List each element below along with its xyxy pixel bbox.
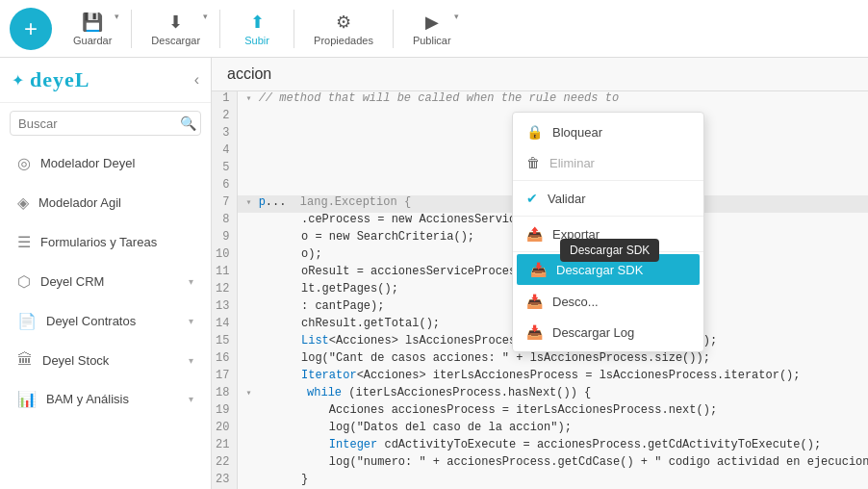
line-code: } [238, 473, 868, 489]
dropdown-item-eliminar: 🗑 Eliminar [513, 147, 703, 178]
line-code: Acciones accionesProcess = iterLsAccione… [238, 403, 868, 421]
table-row: 17 Iterator<Acciones> iterLsAccionesProc… [212, 369, 868, 386]
toolbar-guardar[interactable]: 💾 Guardar [62, 6, 123, 52]
deyel-contratos-icon: 📄 [17, 312, 37, 330]
line-number: 9 [212, 230, 238, 247]
table-row: 19 Acciones accionesProcess = iterLsAcci… [212, 403, 868, 421]
line-number: 3 [212, 126, 238, 143]
deyel-stock-label: Deyel Stock [42, 353, 109, 368]
toolbar-descargar[interactable]: ⬇ Descargar [140, 6, 212, 52]
search-input[interactable] [18, 116, 180, 131]
sidebar-item-modelador-deyel[interactable]: ◎ Modelador Deyel [4, 144, 207, 182]
deyel-crm-label: Deyel CRM [40, 274, 104, 289]
formularios-icon: ☰ [17, 233, 31, 251]
sidebar-item-deyel-contratos[interactable]: 📄 Deyel Contratos ▾ [4, 302, 207, 340]
descargar-label: Descargar [151, 35, 200, 46]
sidebar-item-formularios[interactable]: ☰ Formularios y Tareas [4, 223, 207, 261]
subir-label: Subir [244, 35, 269, 46]
line-code: Iterator<Acciones> iterLsAccionesProcess… [238, 369, 868, 386]
publish-icon: ▶ [425, 12, 439, 33]
sidebar-item-bam[interactable]: 📊 BAM y Análisis ▾ [4, 380, 207, 418]
toolbar-subir[interactable]: ⬆ Subir [228, 6, 286, 52]
add-button[interactable]: + [10, 8, 52, 50]
modelador-deyel-label: Modelador Deyel [40, 156, 135, 170]
lock-icon: 🔒 [526, 124, 543, 140]
table-row: 1 ▾ // method that will be called when t… [212, 91, 868, 109]
validar-label: Validar [548, 192, 586, 206]
table-row: 16 log("Cant de casos acciones: " + lsAc… [212, 351, 868, 369]
line-number: 17 [212, 369, 238, 386]
line-code: log("Cant de casos acciones: " + lsAccio… [238, 351, 868, 369]
modelador-agil-label: Modelador Agil [38, 195, 121, 210]
sidebar: ✦ deyeL ‹ 🔍 ◎ Modelador Deyel ◈ Modelado… [0, 58, 212, 489]
dropdown-item-bloquear[interactable]: 🔒 Bloquear [513, 116, 703, 147]
table-row: 18 ▾ while (iterLsAccionesProcess.hasNex… [212, 386, 868, 403]
line-number: 7 [212, 195, 238, 213]
line-number: 12 [212, 282, 238, 299]
line-number: 20 [212, 421, 238, 438]
upload-icon: ⬆ [250, 12, 265, 33]
line-code: ▾ while (iterLsAccionesProcess.hasNext()… [238, 386, 868, 403]
line-number: 18 [212, 386, 238, 403]
line-number: 2 [212, 109, 238, 126]
descargar-javadoc-label: Desco... [552, 295, 599, 309]
search-box[interactable]: 🔍 [10, 111, 201, 136]
sidebar-item-deyel-stock[interactable]: 🏛 Deyel Stock ▾ [4, 342, 207, 378]
table-row: 21 Integer cdActivityToExecute = accione… [212, 438, 868, 455]
modelador-agil-icon: ◈ [17, 193, 29, 212]
table-row: 20 log("Datos del caso de la accion"); [212, 421, 868, 438]
formularios-label: Formularios y Tareas [40, 235, 157, 249]
bam-label: BAM y Análisis [46, 392, 129, 406]
content-area: accion 1 ▾ // method that will be called… [212, 58, 868, 489]
line-code: ▾ // method that will be called when the… [238, 91, 868, 109]
deyel-stock-arrow: ▾ [189, 355, 193, 366]
sidebar-toggle-button[interactable]: ‹ [194, 71, 199, 89]
deyel-crm-icon: ⬡ [17, 272, 31, 291]
delete-icon: 🗑 [526, 155, 540, 170]
sidebar-item-deyel-crm[interactable]: ⬡ Deyel CRM ▾ [4, 263, 207, 300]
dropdown-separator-1 [513, 180, 703, 181]
separator-4 [393, 10, 394, 48]
dropdown-item-descargar-log[interactable]: 📥 Descargar Log [513, 317, 703, 347]
descargar-log-label: Descargar Log [552, 325, 634, 340]
publicar-label: Publicar [413, 35, 451, 46]
line-code: log("Datos del caso de la accion"); [238, 421, 868, 438]
check-icon: ✔ [526, 191, 538, 206]
line-number: 6 [212, 178, 238, 195]
eliminar-label: Eliminar [549, 156, 595, 170]
line-code: log("numero: " + accionesProcess.getCdCa… [238, 455, 868, 473]
line-number: 4 [212, 143, 238, 161]
save-icon: 💾 [82, 12, 103, 33]
descargar-sdk-label: Descargar SDK [556, 263, 643, 277]
line-number: 1 [212, 91, 238, 109]
line-number: 21 [212, 438, 238, 455]
separator-3 [294, 10, 294, 48]
deyel-crm-arrow: ▾ [189, 276, 193, 287]
dropdown-item-descargar-javadoc[interactable]: 📥 Desco... [513, 286, 703, 317]
breadcrumb: accion [212, 58, 868, 91]
line-number: 23 [212, 473, 238, 489]
deyel-contratos-arrow: ▾ [189, 316, 193, 326]
modelador-deyel-icon: ◎ [17, 154, 31, 172]
sidebar-item-modelador-agil[interactable]: ◈ Modelador Agil [4, 184, 207, 221]
line-number: 14 [212, 317, 238, 334]
sidebar-header: ✦ deyeL ‹ [0, 58, 211, 103]
download-sdk-icon: 📥 [530, 262, 547, 277]
logo-icon: ✦ [12, 71, 24, 90]
line-number: 19 [212, 403, 238, 421]
search-icon[interactable]: 🔍 [180, 116, 196, 131]
dropdown-menu: 🔒 Bloquear 🗑 Eliminar ✔ Validar 📤 Export… [512, 112, 704, 352]
bam-arrow: ▾ [189, 394, 193, 404]
toolbar-propiedades[interactable]: ⚙ Propiedades [302, 6, 385, 52]
download-icon: ⬇ [168, 12, 183, 33]
deyel-stock-icon: 🏛 [17, 351, 33, 369]
line-number: 11 [212, 265, 238, 282]
separator-1 [131, 10, 132, 48]
main-layout: ✦ deyeL ‹ 🔍 ◎ Modelador Deyel ◈ Modelado… [0, 58, 868, 489]
toolbar-publicar[interactable]: ▶ Publicar [401, 6, 463, 52]
dropdown-item-validar[interactable]: ✔ Validar [513, 183, 703, 214]
separator-2 [219, 10, 220, 48]
export-icon: 📤 [526, 226, 543, 242]
download-javadoc-icon: 📥 [526, 294, 543, 309]
settings-icon: ⚙ [336, 12, 351, 33]
